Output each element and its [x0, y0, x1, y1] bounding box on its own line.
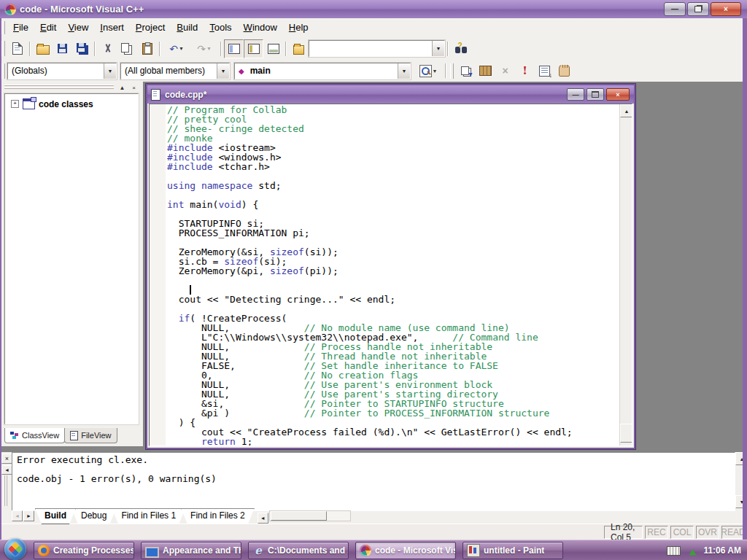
title-bar[interactable]: code - Microsoft Visual C++ — ×: [0, 0, 747, 18]
workspace-close-button[interactable]: ×: [128, 82, 140, 93]
keyboard-tray-icon[interactable]: [667, 546, 681, 556]
restore-icon: [694, 6, 702, 12]
close-button[interactable]: ×: [711, 2, 741, 16]
taskbar-item-vcpp[interactable]: code - Microsoft Vis...: [355, 542, 456, 559]
find-combo[interactable]: ▼: [309, 40, 445, 57]
editor-minimize-button[interactable]: —: [567, 88, 584, 101]
editor-close-button[interactable]: ×: [606, 88, 630, 101]
tab-classview[interactable]: ClassView: [4, 428, 65, 443]
volume-tray-icon[interactable]: [689, 546, 697, 556]
find-in-files-button[interactable]: [289, 39, 309, 58]
workspace-pane: ▲ × + code classes ClassViewFileView: [1, 82, 143, 446]
tree-root-item[interactable]: + code classes: [11, 98, 138, 109]
redo-button[interactable]: ↷▼: [190, 39, 218, 58]
hscroll-thumb[interactable]: [271, 511, 327, 521]
execute-button[interactable]: !: [515, 61, 535, 80]
menu-project[interactable]: Project: [130, 18, 171, 37]
output-log[interactable]: Error executing cl.exe.code.obj - 1 erro…: [12, 452, 735, 511]
open-button[interactable]: [33, 39, 53, 58]
menu-help[interactable]: Help: [283, 18, 314, 37]
wizard-actions-button[interactable]: ▼: [414, 61, 443, 80]
menu-window[interactable]: Window: [238, 18, 283, 37]
toggle-output-button[interactable]: [244, 39, 263, 58]
output-tab-find-in-files-1[interactable]: Find in Files 1: [112, 508, 185, 524]
separator: [159, 42, 160, 56]
scrollbar-thumb[interactable]: [620, 424, 632, 443]
hscroll-left-button[interactable]: ◄: [258, 513, 268, 524]
taskbar: Creating Processes -...Appearance and Th…: [0, 540, 747, 560]
menu-file[interactable]: File: [7, 18, 34, 37]
globals-combo-dropdown[interactable]: ▼: [104, 63, 116, 79]
go-button[interactable]: [535, 61, 554, 80]
wizardbar-gripper[interactable]: [1, 63, 5, 79]
output-tab-build[interactable]: Build: [35, 508, 76, 524]
new-file-button[interactable]: [7, 39, 27, 58]
output-close-button[interactable]: ×: [1, 454, 12, 464]
copy-button[interactable]: [117, 39, 137, 58]
taskbar-item-ie[interactable]: eC:\Documents and ...: [248, 542, 349, 559]
code-text[interactable]: // Program for Collab// pretty cool// sh…: [167, 105, 619, 446]
output-tab-find-in-files-2[interactable]: Find in Files 2: [181, 508, 255, 524]
code-line: [167, 276, 619, 285]
output-gripper[interactable]: [4, 475, 8, 506]
fileview-icon: [70, 431, 78, 440]
find-in-files-icon: [293, 45, 304, 55]
code-line: using namespace std;: [167, 181, 619, 190]
find-combo-dropdown[interactable]: ▼: [432, 41, 444, 56]
menu-edit[interactable]: Edit: [34, 18, 62, 37]
menu-view[interactable]: View: [62, 18, 94, 37]
toolbar-gripper[interactable]: [1, 41, 5, 57]
menu-gripper[interactable]: [1, 21, 5, 34]
members-combo[interactable]: (All global members) ▼: [120, 63, 230, 79]
cut-button[interactable]: [98, 39, 117, 58]
output-collapse-button[interactable]: ◄: [1, 465, 12, 475]
taskbar-item-firefox[interactable]: Creating Processes -...: [34, 542, 134, 559]
members-combo-dropdown[interactable]: ▼: [217, 63, 229, 79]
menu-insert[interactable]: Insert: [94, 18, 130, 37]
taskbar-item-label: untitled - Paint: [484, 545, 544, 556]
tree-expander-icon[interactable]: +: [11, 100, 19, 108]
scroll-up-button[interactable]: ▲: [620, 104, 632, 117]
tab-label: FileView: [81, 431, 111, 440]
compile-button[interactable]: [456, 61, 476, 80]
code-editor[interactable]: // Program for Collab// pretty cool// sh…: [149, 104, 632, 446]
menu-tools[interactable]: Tools: [204, 18, 237, 37]
paint-icon: [467, 544, 480, 557]
selection-margin[interactable]: [150, 104, 166, 446]
separator: [447, 42, 449, 56]
minimize-button[interactable]: —: [664, 2, 686, 16]
undo-button[interactable]: ↶▼: [163, 39, 190, 58]
search-button[interactable]: ?: [451, 39, 471, 58]
function-combo-dropdown[interactable]: ▼: [398, 63, 410, 79]
editor-title-bar[interactable]: code.cpp* — ×: [147, 85, 634, 104]
taskbar-item-paint[interactable]: untitled - Paint: [462, 542, 563, 559]
tabs-scroll-right-button[interactable]: ►: [23, 510, 34, 521]
function-combo[interactable]: ◆ main ▼: [234, 63, 411, 79]
taskbar-item-display[interactable]: Appearance and Th...: [141, 542, 241, 559]
stop-build-button[interactable]: ×: [495, 61, 515, 80]
wizard-actions-dropdown-icon: ▼: [433, 69, 438, 74]
paste-button[interactable]: [137, 39, 157, 58]
buildbar-gripper[interactable]: [450, 63, 454, 79]
wizard-toolbar: (Globals) ▼ (All global members) ▼ ◆ mai…: [0, 60, 743, 82]
breakpoint-button[interactable]: [554, 61, 574, 80]
save-all-button[interactable]: [72, 39, 92, 58]
menu-build[interactable]: Build: [171, 18, 204, 37]
save-button[interactable]: [53, 39, 72, 58]
tab-fileview[interactable]: FileView: [64, 428, 117, 443]
editor-maximize-button[interactable]: [587, 88, 604, 101]
build-button[interactable]: [476, 61, 495, 80]
class-tree[interactable]: + code classes: [4, 93, 139, 424]
toggle-workspace-button[interactable]: [224, 39, 244, 58]
tabs-scroll-left-button[interactable]: ◄: [12, 510, 23, 521]
globals-combo[interactable]: (Globals) ▼: [7, 63, 117, 79]
restore-button[interactable]: [687, 2, 709, 16]
editor-vertical-scrollbar[interactable]: ▲: [619, 104, 632, 446]
output-tab-debug[interactable]: Debug: [71, 508, 116, 524]
toggle-windows-button[interactable]: [263, 39, 283, 58]
start-button[interactable]: [4, 538, 26, 560]
go-icon: [539, 66, 550, 77]
workspace-dock-button[interactable]: ▲: [116, 82, 128, 93]
output-horizontal-scrollbar[interactable]: [269, 510, 351, 521]
workspace-gripper[interactable]: [4, 85, 114, 90]
